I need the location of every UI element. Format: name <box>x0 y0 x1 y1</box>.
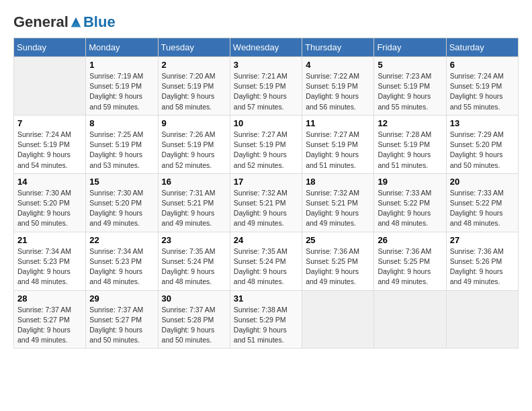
day-detail: Sunrise: 7:32 AM Sunset: 5:21 PM Dayligh… <box>234 188 298 229</box>
calendar-week-row: 21Sunrise: 7:34 AM Sunset: 5:23 PM Dayli… <box>14 232 519 290</box>
calendar-cell: 23Sunrise: 7:35 AM Sunset: 5:24 PM Dayli… <box>158 232 230 290</box>
calendar-cell: 2Sunrise: 7:20 AM Sunset: 5:19 PM Daylig… <box>158 57 230 116</box>
day-detail: Sunrise: 7:31 AM Sunset: 5:21 PM Dayligh… <box>162 188 226 229</box>
logo: General Blue <box>13 13 116 31</box>
day-number: 12 <box>378 118 442 128</box>
day-detail: Sunrise: 7:27 AM Sunset: 5:19 PM Dayligh… <box>306 130 370 171</box>
day-number: 21 <box>17 235 82 245</box>
day-detail: Sunrise: 7:35 AM Sunset: 5:24 PM Dayligh… <box>162 246 226 287</box>
calendar-cell: 25Sunrise: 7:36 AM Sunset: 5:25 PM Dayli… <box>302 232 374 290</box>
day-header: Sunday <box>14 38 86 57</box>
calendar-cell: 7Sunrise: 7:24 AM Sunset: 5:19 PM Daylig… <box>14 115 86 173</box>
day-number: 16 <box>162 177 226 187</box>
day-number: 17 <box>234 177 298 187</box>
calendar-cell: 31Sunrise: 7:38 AM Sunset: 5:29 PM Dayli… <box>230 290 302 349</box>
day-number: 24 <box>234 235 298 245</box>
calendar-cell: 21Sunrise: 7:34 AM Sunset: 5:23 PM Dayli… <box>14 232 86 290</box>
calendar-cell: 27Sunrise: 7:36 AM Sunset: 5:26 PM Dayli… <box>446 232 518 290</box>
calendar-cell: 22Sunrise: 7:34 AM Sunset: 5:23 PM Dayli… <box>86 232 158 290</box>
calendar-cell: 1Sunrise: 7:19 AM Sunset: 5:19 PM Daylig… <box>86 57 158 116</box>
calendar-week-row: 28Sunrise: 7:37 AM Sunset: 5:27 PM Dayli… <box>14 290 519 349</box>
calendar-cell <box>374 290 446 349</box>
logo-general: General <box>13 13 69 31</box>
day-detail: Sunrise: 7:35 AM Sunset: 5:24 PM Dayligh… <box>234 246 298 287</box>
calendar-cell: 30Sunrise: 7:37 AM Sunset: 5:28 PM Dayli… <box>158 290 230 349</box>
page-header: General Blue <box>13 13 519 31</box>
day-header: Monday <box>86 38 158 57</box>
day-number: 29 <box>89 293 154 304</box>
day-detail: Sunrise: 7:33 AM Sunset: 5:22 PM Dayligh… <box>378 188 442 229</box>
day-detail: Sunrise: 7:22 AM Sunset: 5:19 PM Dayligh… <box>306 71 370 112</box>
calendar-cell: 29Sunrise: 7:37 AM Sunset: 5:27 PM Dayli… <box>86 290 158 349</box>
calendar-cell <box>302 290 374 349</box>
day-number: 9 <box>162 118 226 128</box>
calendar-cell: 11Sunrise: 7:27 AM Sunset: 5:19 PM Dayli… <box>302 115 374 173</box>
day-number: 27 <box>450 235 515 245</box>
calendar-cell: 15Sunrise: 7:30 AM Sunset: 5:20 PM Dayli… <box>86 173 158 232</box>
day-number: 31 <box>234 293 298 304</box>
day-number: 6 <box>450 60 515 70</box>
day-detail: Sunrise: 7:34 AM Sunset: 5:23 PM Dayligh… <box>89 246 154 287</box>
calendar-cell: 28Sunrise: 7:37 AM Sunset: 5:27 PM Dayli… <box>14 290 86 349</box>
calendar-cell: 14Sunrise: 7:30 AM Sunset: 5:20 PM Dayli… <box>14 173 86 232</box>
calendar-cell: 17Sunrise: 7:32 AM Sunset: 5:21 PM Dayli… <box>230 173 302 232</box>
day-detail: Sunrise: 7:33 AM Sunset: 5:22 PM Dayligh… <box>450 188 515 229</box>
day-detail: Sunrise: 7:34 AM Sunset: 5:23 PM Dayligh… <box>17 246 82 287</box>
calendar-cell: 3Sunrise: 7:21 AM Sunset: 5:19 PM Daylig… <box>230 57 302 116</box>
day-detail: Sunrise: 7:25 AM Sunset: 5:19 PM Dayligh… <box>89 130 154 171</box>
day-detail: Sunrise: 7:37 AM Sunset: 5:27 PM Dayligh… <box>89 305 154 346</box>
calendar-week-row: 7Sunrise: 7:24 AM Sunset: 5:19 PM Daylig… <box>14 115 519 173</box>
day-number: 11 <box>306 118 370 128</box>
day-detail: Sunrise: 7:29 AM Sunset: 5:20 PM Dayligh… <box>450 130 515 171</box>
day-number: 13 <box>450 118 515 128</box>
calendar-header-row: SundayMondayTuesdayWednesdayThursdayFrid… <box>14 38 519 57</box>
calendar-cell: 18Sunrise: 7:32 AM Sunset: 5:21 PM Dayli… <box>302 173 374 232</box>
logo-icon <box>70 16 82 28</box>
calendar-cell: 24Sunrise: 7:35 AM Sunset: 5:24 PM Dayli… <box>230 232 302 290</box>
day-number: 20 <box>450 177 515 187</box>
day-number: 7 <box>17 118 82 128</box>
day-detail: Sunrise: 7:19 AM Sunset: 5:19 PM Dayligh… <box>89 71 154 112</box>
calendar-week-row: 1Sunrise: 7:19 AM Sunset: 5:19 PM Daylig… <box>14 57 519 116</box>
day-detail: Sunrise: 7:38 AM Sunset: 5:29 PM Dayligh… <box>234 305 298 346</box>
calendar-table: SundayMondayTuesdayWednesdayThursdayFrid… <box>13 38 519 349</box>
day-number: 26 <box>378 235 442 245</box>
day-detail: Sunrise: 7:32 AM Sunset: 5:21 PM Dayligh… <box>306 188 370 229</box>
day-detail: Sunrise: 7:37 AM Sunset: 5:28 PM Dayligh… <box>162 305 226 346</box>
calendar-cell: 20Sunrise: 7:33 AM Sunset: 5:22 PM Dayli… <box>446 173 518 232</box>
day-number: 14 <box>17 177 82 187</box>
day-number: 18 <box>306 177 370 187</box>
day-header: Wednesday <box>230 38 302 57</box>
calendar-cell: 9Sunrise: 7:26 AM Sunset: 5:19 PM Daylig… <box>158 115 230 173</box>
day-number: 28 <box>17 293 82 304</box>
day-detail: Sunrise: 7:26 AM Sunset: 5:19 PM Dayligh… <box>162 130 226 171</box>
day-detail: Sunrise: 7:28 AM Sunset: 5:19 PM Dayligh… <box>378 130 442 171</box>
calendar-cell: 26Sunrise: 7:36 AM Sunset: 5:25 PM Dayli… <box>374 232 446 290</box>
day-number: 3 <box>234 60 298 70</box>
day-detail: Sunrise: 7:24 AM Sunset: 5:19 PM Dayligh… <box>450 71 515 112</box>
day-detail: Sunrise: 7:30 AM Sunset: 5:20 PM Dayligh… <box>89 188 154 229</box>
day-number: 5 <box>378 60 442 70</box>
day-number: 22 <box>89 235 154 245</box>
day-number: 15 <box>89 177 154 187</box>
day-number: 25 <box>306 235 370 245</box>
day-detail: Sunrise: 7:20 AM Sunset: 5:19 PM Dayligh… <box>162 71 226 112</box>
calendar-cell: 10Sunrise: 7:27 AM Sunset: 5:19 PM Dayli… <box>230 115 302 173</box>
day-detail: Sunrise: 7:23 AM Sunset: 5:19 PM Dayligh… <box>378 71 442 112</box>
day-header: Friday <box>374 38 446 57</box>
logo-blue: Blue <box>83 13 116 31</box>
calendar-cell: 13Sunrise: 7:29 AM Sunset: 5:20 PM Dayli… <box>446 115 518 173</box>
day-number: 30 <box>162 293 226 304</box>
calendar-cell <box>446 290 518 349</box>
day-number: 10 <box>234 118 298 128</box>
day-number: 19 <box>378 177 442 187</box>
calendar-cell: 6Sunrise: 7:24 AM Sunset: 5:19 PM Daylig… <box>446 57 518 116</box>
calendar-cell: 5Sunrise: 7:23 AM Sunset: 5:19 PM Daylig… <box>374 57 446 116</box>
calendar-cell: 8Sunrise: 7:25 AM Sunset: 5:19 PM Daylig… <box>86 115 158 173</box>
day-number: 8 <box>89 118 154 128</box>
day-detail: Sunrise: 7:21 AM Sunset: 5:19 PM Dayligh… <box>234 71 298 112</box>
day-detail: Sunrise: 7:36 AM Sunset: 5:25 PM Dayligh… <box>306 246 370 287</box>
day-header: Tuesday <box>158 38 230 57</box>
day-number: 2 <box>162 60 226 70</box>
calendar-cell: 12Sunrise: 7:28 AM Sunset: 5:19 PM Dayli… <box>374 115 446 173</box>
